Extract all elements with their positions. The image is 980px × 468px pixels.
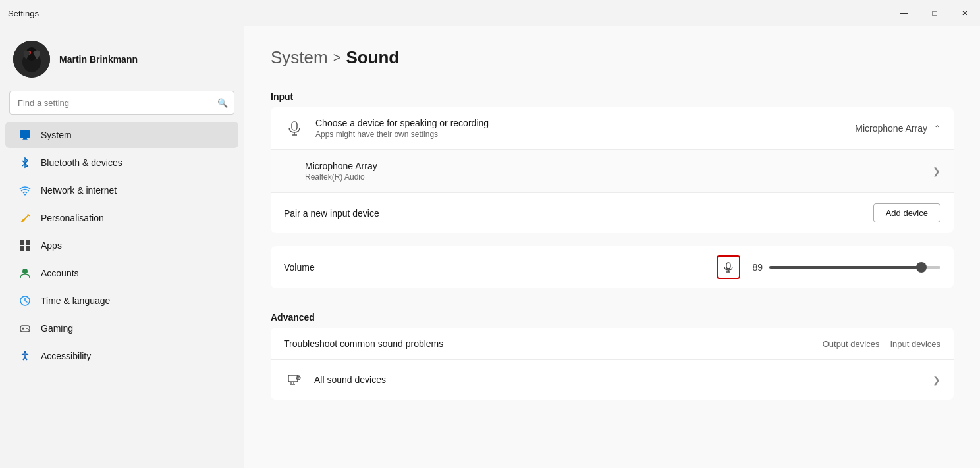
svg-point-16 [28,329,29,330]
pair-device-text: Pair a new input device [284,208,873,219]
titlebar: Settings — □ ✕ [0,0,980,26]
volume-fill [769,266,921,269]
nav-label-system: System [41,130,72,140]
sidebar-item-accounts[interactable]: Accounts [5,260,238,286]
input-card: Choose a device for speaking or recordin… [271,107,954,233]
sidebar-item-gaming[interactable]: Gaming [5,315,238,342]
microphone-array-text: Microphone Array Realtek(R) Audio [305,161,933,182]
svg-rect-10 [20,246,24,251]
titlebar-controls: — □ ✕ [889,0,980,26]
microphone-array-row[interactable]: Microphone Array Realtek(R) Audio ❯ [271,150,954,193]
svg-rect-4 [20,130,30,138]
titlebar-left: Settings [8,9,39,18]
all-devices-chevron-icon: ❯ [933,375,940,385]
svg-rect-9 [26,240,30,245]
volume-controls: 89 [717,255,940,279]
nav-label-accessibility: Accessibility [41,351,91,361]
svg-point-17 [24,351,26,353]
microphone-icon [284,118,305,139]
svg-rect-18 [292,122,297,130]
volume-track [769,266,940,269]
svg-point-7 [24,194,26,196]
microphone-array-right: ❯ [933,166,940,176]
volume-card: Volume 89 [271,246,954,288]
choose-device-label: Choose a device for speaking or recordin… [315,118,855,128]
troubleshoot-label: Troubleshoot common sound problems [284,338,812,349]
pair-device-right: Add device [873,203,940,222]
search-input[interactable] [9,91,234,115]
svg-rect-5 [23,138,27,140]
app-body: Martin Brinkmann 🔍 System [0,26,980,468]
volume-slider[interactable] [769,261,940,274]
accounts-icon [18,267,32,280]
svg-rect-6 [22,140,28,140]
sidebar-item-time[interactable]: Time & language [5,288,238,314]
volume-label: Volume [284,262,717,273]
bluetooth-icon [18,156,32,169]
nav-label-bluetooth: Bluetooth & devices [41,157,122,168]
pair-device-row: Pair a new input device Add device [271,193,954,233]
input-section-title: Input [271,86,954,107]
nav-label-personalisation: Personalisation [41,213,104,223]
sidebar-item-system[interactable]: System [5,122,238,148]
choose-device-sublabel: Apps might have their own settings [315,130,855,139]
all-devices-icon [284,369,305,390]
breadcrumb: System > Sound [271,47,954,68]
nav-label-time: Time & language [41,296,110,306]
apps-icon [18,239,32,252]
sidebar-item-bluetooth[interactable]: Bluetooth & devices [5,149,238,176]
nav-label-gaming: Gaming [41,323,73,334]
input-devices-link[interactable]: Input devices [890,339,940,349]
monitor-icon [18,128,32,142]
add-device-button[interactable]: Add device [873,203,940,222]
sidebar-username: Martin Brinkmann [59,54,138,65]
sidebar-item-apps[interactable]: Apps [5,232,238,259]
microphone-array-label: Microphone Array [305,161,933,171]
avatar [13,41,50,78]
chevron-right-icon: ❯ [933,166,940,176]
sidebar-profile[interactable]: Martin Brinkmann [0,34,244,91]
main-content: System > Sound Input Choose a device [244,26,980,468]
sidebar-item-accessibility[interactable]: Accessibility [5,343,238,369]
volume-row: Volume 89 [271,246,954,288]
nav-label-apps: Apps [41,240,62,251]
chosen-device-value: Microphone Array [855,123,927,134]
breadcrumb-system: System [271,47,328,68]
all-devices-row[interactable]: All sound devices ❯ [271,360,954,400]
time-icon [18,294,32,307]
choose-device-right: Microphone Array ⌃ [855,123,940,134]
mute-mic-button[interactable] [717,255,740,279]
microphone-array-sublabel: Realtek(R) Audio [305,172,933,182]
troubleshoot-row: Troubleshoot common sound problems Outpu… [271,328,954,360]
volume-value: 89 [747,262,763,273]
minimize-button[interactable]: — [889,0,919,26]
titlebar-title: Settings [8,9,39,18]
advanced-section-title: Advanced [271,301,954,328]
svg-rect-21 [726,263,730,269]
chevron-up-icon: ⌃ [934,124,940,133]
search-icon: 🔍 [217,98,228,108]
svg-point-12 [22,269,28,274]
all-devices-label: All sound devices [314,375,933,385]
breadcrumb-separator: > [333,50,341,65]
sidebar-item-personalisation[interactable]: Personalisation [5,205,238,231]
advanced-card: Troubleshoot common sound problems Outpu… [271,328,954,400]
close-button[interactable]: ✕ [950,0,980,26]
brush-icon [18,211,32,224]
maximize-button[interactable]: □ [919,0,950,26]
sidebar: Martin Brinkmann 🔍 System [0,26,244,468]
network-icon [18,184,32,197]
gaming-icon [18,322,32,335]
sidebar-item-network[interactable]: Network & internet [5,177,238,203]
volume-thumb[interactable] [916,262,927,273]
sidebar-search[interactable]: 🔍 [9,91,234,115]
pair-device-label: Pair a new input device [284,208,873,219]
nav-label-network: Network & internet [41,185,117,195]
choose-device-text: Choose a device for speaking or recordin… [315,118,855,139]
output-devices-link[interactable]: Output devices [823,339,880,349]
choose-device-row[interactable]: Choose a device for speaking or recordin… [271,107,954,150]
nav-label-accounts: Accounts [41,268,79,278]
breadcrumb-current: Sound [346,47,399,68]
svg-point-15 [26,328,28,329]
accessibility-icon [18,350,32,363]
